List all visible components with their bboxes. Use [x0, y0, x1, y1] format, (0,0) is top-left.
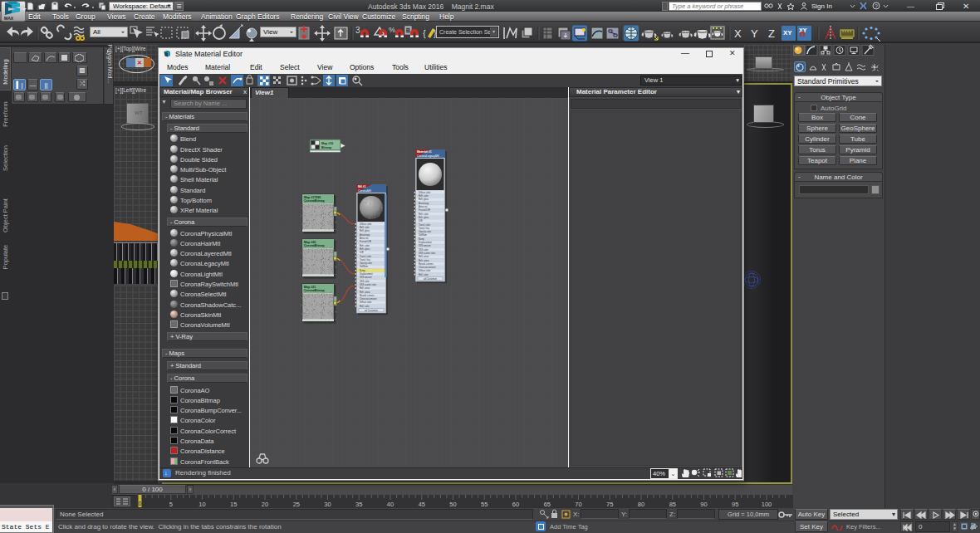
- svg-text:CoronaLegacyMtl: CoronaLegacyMtl: [417, 154, 439, 158]
- svg-text:Diffuse color: Diffuse color: [360, 222, 372, 226]
- svg-text:Refr. aniso: Refr. aniso: [419, 259, 429, 262]
- svg-text:B: B: [406, 27, 410, 33]
- svg-text:SSS scatter color: SSS scatter color: [419, 252, 435, 255]
- svg-text:Transl. color: Transl. color: [419, 223, 430, 227]
- svg-text:Refl. color: Refl. color: [360, 226, 370, 229]
- svg-text:Opacity color: Opacity color: [419, 230, 431, 233]
- svg-text:Transl. frac.: Transl. frac.: [419, 227, 430, 230]
- svg-text:ad Customize: ad Customize: [424, 277, 437, 281]
- svg-text:Round. corners: Round. corners: [419, 262, 434, 266]
- svg-text:Map #20: Map #20: [304, 241, 316, 244]
- svg-text:Clearcoat amount: Clearcoat amount: [419, 266, 436, 269]
- svg-text:Z: Z: [768, 27, 775, 40]
- svg-text:Displacement: Displacement: [419, 241, 432, 244]
- svg-text:Sign In: Sign In: [811, 2, 832, 10]
- svg-text:Fresnel IOR: Fresnel IOR: [360, 240, 371, 243]
- svg-text:Refl. color: Refl. color: [360, 305, 370, 308]
- svg-text:ad Customize: ad Customize: [365, 309, 378, 312]
- svg-text:SSS color: SSS color: [419, 248, 429, 252]
- svg-text:SSS scatter color: SSS scatter color: [360, 283, 376, 286]
- svg-text:CoronaMtl: CoronaMtl: [358, 189, 371, 193]
- svg-text:Y: Y: [751, 27, 758, 40]
- svg-text:Diffuse color: Diffuse color: [360, 301, 372, 304]
- svg-text:Map #17595: Map #17595: [304, 196, 321, 199]
- svg-text:Map #21: Map #21: [304, 286, 316, 289]
- svg-text:Fresnel IOR: Fresnel IOR: [419, 208, 430, 212]
- svg-text:SSS color: SSS color: [360, 280, 370, 283]
- svg-text:Opacity color: Opacity color: [360, 262, 372, 265]
- svg-text:Refl. gloss: Refl. gloss: [360, 229, 370, 232]
- svg-text:CoronaBitmap: CoronaBitmap: [304, 289, 326, 292]
- svg-text:Refl. aniso: Refl. aniso: [419, 255, 429, 258]
- svg-text:Bitmap: Bitmap: [321, 146, 332, 149]
- svg-text:?: ?: [875, 3, 878, 9]
- svg-text:Transl. color: Transl. color: [360, 255, 371, 258]
- svg-text:Refr. color: Refr. color: [360, 244, 370, 247]
- svg-text:Transl. frac.: Transl. frac.: [360, 258, 371, 262]
- svg-text:Bump: Bump: [419, 237, 424, 241]
- svg-text:Refl. color: Refl. color: [419, 273, 429, 276]
- svg-text:Aniso rot.: Aniso rot.: [360, 237, 369, 240]
- svg-text:3: 3: [355, 26, 360, 35]
- svg-text:Anisotropy: Anisotropy: [419, 202, 429, 205]
- svg-text:SSS amount: SSS amount: [419, 244, 431, 247]
- svg-text:CoronaBitmap: CoronaBitmap: [304, 199, 326, 203]
- svg-text:Mtl #1: Mtl #1: [358, 185, 366, 188]
- svg-text:0: 0: [139, 501, 142, 506]
- svg-text:Aniso rot.: Aniso rot.: [419, 205, 428, 208]
- svg-text:CoronaBitmap: CoronaBitmap: [304, 244, 326, 247]
- svg-text:Refr. gloss: Refr. gloss: [419, 216, 429, 219]
- svg-text:Refr. aniso: Refr. aniso: [360, 291, 370, 294]
- svg-text:%: %: [389, 26, 395, 34]
- svg-text:Refl. color: Refl. color: [419, 194, 429, 198]
- svg-text:SelfIllum: SelfIllum: [360, 265, 368, 268]
- svg-text:Refl. aniso: Refl. aniso: [360, 286, 370, 290]
- svg-text:X: X: [734, 27, 742, 40]
- svg-text:Bump: Bump: [360, 269, 365, 272]
- svg-text:Diffuse color: Diffuse color: [419, 269, 431, 272]
- svg-text:Clearcoat amount: Clearcoat amount: [360, 297, 377, 301]
- svg-text:Displacement: Displacement: [360, 272, 373, 276]
- svg-text:{: {: [423, 28, 426, 38]
- svg-text:Round. corners: Round. corners: [360, 294, 375, 297]
- svg-text:Refr. gloss: Refr. gloss: [360, 247, 370, 251]
- svg-text:Refl. gloss: Refl. gloss: [419, 198, 429, 201]
- svg-text:SSS amount: SSS amount: [360, 276, 372, 279]
- svg-text:Map #10: Map #10: [321, 142, 333, 145]
- svg-text:SelfIllum: SelfIllum: [419, 233, 427, 237]
- svg-text:Refr. color: Refr. color: [419, 213, 429, 216]
- svg-text:Material #1: Material #1: [417, 150, 432, 154]
- svg-text:XY: XY: [783, 29, 792, 37]
- svg-text:Diffuse color: Diffuse color: [419, 191, 431, 194]
- svg-text:IOR: IOR: [419, 219, 423, 222]
- svg-text:Anisotropy: Anisotropy: [360, 233, 370, 237]
- svg-text:IOR: IOR: [360, 251, 364, 254]
